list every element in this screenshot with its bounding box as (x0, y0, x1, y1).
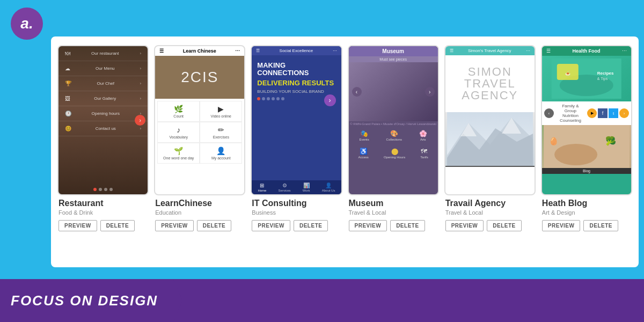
museum-prev-arrow[interactable]: ‹ (352, 87, 362, 97)
travail-divider (445, 166, 535, 167)
travail-buttons: PREVIEW DELETE (445, 220, 535, 231)
phone-restaurant: 🍽 Our restaurant › ☁ Our Menu › 🏆 Our Ch… (57, 45, 149, 195)
phone-travail: ☰ Simon's Travel Agency ⋯ SIMON TRAVEL A… (444, 45, 536, 195)
restaurant-delete-button[interactable]: DELETE (100, 220, 135, 231)
dot-2 (99, 188, 102, 191)
learn-header-title: Learn Chinese (183, 48, 216, 54)
app-gallery: 🍽 Our restaurant › ☁ Our Menu › 🏆 Our Ch… (51, 36, 639, 267)
health-share-icon: ⋯ (622, 48, 627, 54)
it-nav-home[interactable]: ⊞ Home (258, 182, 266, 192)
learn-delete-button[interactable]: DELETE (197, 220, 231, 231)
word-icon: 🌱 (174, 147, 183, 155)
about-icon: 👤 (325, 182, 332, 188)
nav-right-arrow[interactable]: › (135, 115, 145, 126)
hamburger-icon: ☰ (159, 48, 164, 54)
museum-buttons: PREVIEW DELETE (349, 220, 438, 231)
it-nav-about[interactable]: 👤 About Us (322, 182, 335, 192)
video-icon: ▶ (218, 105, 224, 113)
svg-text:Recipes: Recipes (597, 71, 614, 76)
it-hamburger-icon: ☰ (256, 48, 260, 53)
share-icon: ⋯ (235, 48, 240, 54)
it-share-icon: ⋯ (333, 48, 337, 53)
health-bottom-food-image: 🥦 🥚 (542, 125, 631, 168)
it-nav-services[interactable]: ⚙ Services (279, 182, 291, 192)
exercises-icon: ✏ (218, 126, 224, 134)
carousel-dots (93, 188, 113, 191)
restaurant-title: Restaurant (58, 199, 148, 208)
collections-icon: 🎨 (390, 130, 398, 137)
health-twitter-icon[interactable]: t (609, 108, 618, 118)
phone-museum: Museum Must see pieces ‹ › © RMN-Grand P… (348, 45, 439, 195)
learn-buttons: PREVIEW DELETE (155, 220, 244, 231)
museum-delete-button[interactable]: DELETE (390, 220, 425, 231)
it-dot-3 (267, 97, 270, 100)
learn-title: LearnChinese (155, 199, 244, 208)
health-header: ☰ Health Food ⋯ (542, 46, 631, 56)
learn-icon-account: 👤 My account (200, 143, 242, 164)
card-learn-chinese: ☰ Learn Chinese ⋯ 2CIS 🌿 Count ▶ Video o… (154, 45, 245, 259)
phone-health: ☰ Health Food ⋯ 🍝 Recipes & Tips (541, 45, 632, 195)
it-dot-1 (257, 97, 260, 100)
travail-header-title: Simon's Travel Agency (468, 48, 511, 53)
museum-title: Museum (349, 199, 438, 208)
it-preview-button[interactable]: PREVIEW (252, 220, 290, 231)
museum-header: Museum (349, 46, 438, 56)
health-hamburger-icon: ☰ (546, 48, 551, 54)
health-youtube-icon[interactable]: ▶ (587, 108, 597, 118)
health-subtitle: Art & Design (542, 209, 631, 216)
events-icon: 🎭 (360, 130, 368, 137)
it-nav-work[interactable]: 📊 Work (303, 182, 310, 192)
menu-item-4: 🖼 Our Gallery › (58, 91, 148, 106)
count-icon: 🌿 (174, 105, 183, 113)
learn-icon-exercises: ✏ Exercises (200, 122, 242, 143)
learn-preview-button[interactable]: PREVIEW (155, 220, 194, 231)
restaurant-subtitle: Food & Drink (58, 209, 148, 216)
it-header: ☰ Social Excellence ⋯ (252, 46, 341, 55)
museum-header-title: Museum (382, 48, 404, 54)
it-next-arrow[interactable]: › (324, 94, 336, 106)
health-header-title: Health Food (572, 48, 600, 54)
account-icon: 👤 (216, 147, 225, 155)
menu-item-3: 🏆 Our Chef › (58, 76, 148, 91)
health-blog-label: Blog (542, 168, 631, 174)
learn-icon-count: 🌿 Count (157, 101, 200, 122)
museum-preview-button[interactable]: PREVIEW (349, 220, 387, 231)
museum-icon-hours: ⬤ Opening Hours (384, 148, 405, 159)
travail-mountain-image (445, 112, 535, 166)
learn-subtitle: Education (155, 209, 244, 216)
museum-subtitle: Travel & Local (349, 209, 438, 216)
restaurant-preview-button[interactable]: PREVIEW (58, 220, 97, 231)
health-food-image: 🍝 Recipes & Tips (546, 58, 627, 99)
it-header-title: Social Excellence (280, 48, 313, 53)
it-delete-button[interactable]: DELETE (294, 220, 328, 231)
mountain-svg (445, 112, 535, 166)
museum-icons-row-2: ♿ Access ⬤ Opening Hours 🗺 Tarifs (349, 144, 438, 162)
arts-icon: 🌸 (419, 130, 427, 137)
bottom-food-svg: 🥦 🥚 (542, 125, 631, 168)
svg-point-12 (554, 144, 597, 165)
health-delete-button[interactable]: DELETE (583, 220, 618, 231)
travail-preview-button[interactable]: PREVIEW (445, 220, 484, 231)
museum-icon-collections: 🎨 Collections (386, 130, 402, 141)
health-preview-button[interactable]: PREVIEW (542, 220, 581, 231)
it-tagline2: DELIVERING RESULTS (257, 79, 335, 87)
it-info: IT Consulting Business PREVIEW DELETE (251, 195, 342, 259)
museum-icon-access: ♿ Access (358, 148, 369, 159)
health-next-arrow[interactable]: › (619, 108, 629, 118)
travail-delete-button[interactable]: DELETE (487, 220, 521, 231)
museum-next-arrow[interactable]: › (425, 87, 435, 97)
it-nav-bar: ⊞ Home ⚙ Services 📊 Work 👤 About Us (252, 180, 341, 194)
it-dot-6 (281, 97, 284, 100)
hours-icon: ⬤ (391, 148, 398, 155)
work-icon: 📊 (303, 182, 310, 188)
card-health-food: ☰ Health Food ⋯ 🍝 Recipes & Tips (541, 45, 632, 259)
app-logo: a. (11, 8, 43, 40)
learn-icon-video: ▶ Video online (200, 101, 242, 122)
it-dot-5 (276, 97, 280, 100)
card-it-consulting: ☰ Social Excellence ⋯ MAKING CONNECTIONS… (251, 45, 342, 259)
health-prev-arrow[interactable]: ‹ (544, 108, 554, 118)
menu-item-6: 😊 Contact us › (58, 121, 148, 136)
phone-it: ☰ Social Excellence ⋯ MAKING CONNECTIONS… (251, 45, 342, 195)
health-facebook-icon[interactable]: f (598, 108, 608, 118)
learn-icon-vocabulary: ♪ Vocabulary (157, 122, 200, 143)
